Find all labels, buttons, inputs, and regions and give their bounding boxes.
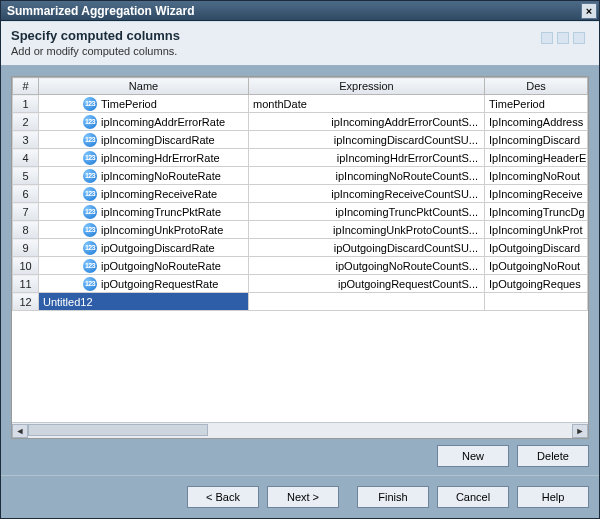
table-row[interactable]: 7123ipIncomingTruncPktRateipIncomingTrun… [13,203,588,221]
numeric-column-icon: 123 [83,169,97,183]
name-cell[interactable]: 123ipIncomingDiscardRate [39,131,249,149]
expression-cell[interactable]: ipOutgoingRequestCountS... [249,275,485,293]
description-cell[interactable]: IpIncomingNoRout [485,167,588,185]
description-cell[interactable]: IpOutgoingReques [485,275,588,293]
expression-cell[interactable]: ipOutgoingNoRouteCountS... [249,257,485,275]
horizontal-scrollbar[interactable]: ◄ ► [12,422,588,438]
description-cell[interactable]: IpIncomingDiscard [485,131,588,149]
numeric-column-icon: 123 [83,115,97,129]
column-name: ipIncomingTruncPktRate [101,206,221,218]
col-header-description[interactable]: Des [485,78,588,95]
scroll-right-icon[interactable]: ► [572,424,588,438]
back-button[interactable]: < Back [187,486,259,508]
table-row[interactable]: 2123ipIncomingAddrErrorRateipIncomingAdd… [13,113,588,131]
close-icon[interactable]: × [581,3,597,19]
grid[interactable]: # Name Expression Des 1123TimePeriodmont… [12,77,588,311]
row-index: 2 [13,113,39,131]
help-button[interactable]: Help [517,486,589,508]
finish-button[interactable]: Finish [357,486,429,508]
column-name: ipOutgoingRequestRate [101,278,218,290]
row-index: 5 [13,167,39,185]
description-cell[interactable]: IpIncomingUnkProt [485,221,588,239]
table-row-editing[interactable]: 12Untitled12 [13,293,588,311]
table-row[interactable]: 4123ipIncomingHdrErrorRateipIncomingHdrE… [13,149,588,167]
expression-cell[interactable]: ipIncomingNoRouteCountS... [249,167,485,185]
row-index: 6 [13,185,39,203]
column-name: ipIncomingNoRouteRate [101,170,221,182]
column-name: TimePeriod [101,98,157,110]
row-index: 9 [13,239,39,257]
row-index: 4 [13,149,39,167]
table-row[interactable]: 1123TimePeriodmonthDateTimePeriod [13,95,588,113]
wizard-window: Summarized Aggregation Wizard × Specify … [0,0,600,519]
expression-cell[interactable]: ipIncomingHdrErrorCountS... [249,149,485,167]
expression-cell[interactable]: ipOutgoingDiscardCountSU... [249,239,485,257]
col-header-expression[interactable]: Expression [249,78,485,95]
description-cell[interactable]: IpIncomingReceive [485,185,588,203]
table-row[interactable]: 9123ipOutgoingDiscardRateipOutgoingDisca… [13,239,588,257]
row-index: 7 [13,203,39,221]
titlebar: Summarized Aggregation Wizard × [1,1,599,21]
name-cell[interactable]: 123ipIncomingAddrErrorRate [39,113,249,131]
name-cell[interactable]: 123ipOutgoingNoRouteRate [39,257,249,275]
column-name: ipIncomingReceiveRate [101,188,217,200]
row-index: 12 [13,293,39,311]
table-row[interactable]: 10123ipOutgoingNoRouteRateipOutgoingNoRo… [13,257,588,275]
scroll-thumb[interactable] [28,424,208,436]
window-title: Summarized Aggregation Wizard [7,4,581,18]
delete-button[interactable]: Delete [517,445,589,467]
description-cell[interactable] [485,293,588,311]
column-name: ipIncomingHdrErrorRate [101,152,220,164]
numeric-column-icon: 123 [83,223,97,237]
table-row[interactable]: 11123ipOutgoingRequestRateipOutgoingRequ… [13,275,588,293]
scroll-track[interactable] [28,424,572,438]
col-header-name[interactable]: Name [39,78,249,95]
cancel-button[interactable]: Cancel [437,486,509,508]
name-cell[interactable]: 123ipIncomingHdrErrorRate [39,149,249,167]
wizard-button-row: < Back Next > Finish Cancel Help [1,475,599,518]
column-name: ipOutgoingNoRouteRate [101,260,221,272]
description-cell[interactable]: IpOutgoingNoRout [485,257,588,275]
header-decor [541,32,585,44]
table-row[interactable]: 3123ipIncomingDiscardRateipIncomingDisca… [13,131,588,149]
expression-cell[interactable]: monthDate [249,95,485,113]
expression-cell[interactable]: ipIncomingReceiveCountSU... [249,185,485,203]
col-header-rownum[interactable]: # [13,78,39,95]
table-row[interactable]: 5123ipIncomingNoRouteRateipIncomingNoRou… [13,167,588,185]
description-cell[interactable]: IpIncomingHeaderE [485,149,588,167]
expression-cell[interactable] [249,293,485,311]
name-cell[interactable]: 123TimePeriod [39,95,249,113]
name-cell[interactable]: 123ipOutgoingRequestRate [39,275,249,293]
column-name: ipIncomingAddrErrorRate [101,116,225,128]
table-row[interactable]: 8123ipIncomingUnkProtoRateipIncomingUnkP… [13,221,588,239]
description-cell[interactable]: IpOutgoingDiscard [485,239,588,257]
name-cell-editing[interactable]: Untitled12 [39,293,249,311]
numeric-column-icon: 123 [83,241,97,255]
expression-cell[interactable]: ipIncomingDiscardCountSU... [249,131,485,149]
new-button[interactable]: New [437,445,509,467]
expression-cell[interactable]: ipIncomingUnkProtoCountS... [249,221,485,239]
page-title: Specify computed columns [11,28,180,43]
numeric-column-icon: 123 [83,187,97,201]
name-cell[interactable]: 123ipIncomingNoRouteRate [39,167,249,185]
name-cell[interactable]: 123ipIncomingUnkProtoRate [39,221,249,239]
expression-cell[interactable]: ipIncomingTruncPktCountS... [249,203,485,221]
numeric-column-icon: 123 [83,259,97,273]
expression-cell[interactable]: ipIncomingAddrErrorCountS... [249,113,485,131]
row-index: 11 [13,275,39,293]
numeric-column-icon: 123 [83,277,97,291]
wizard-header: Specify computed columns Add or modify c… [1,21,599,66]
table-button-row: New Delete [11,439,589,469]
description-cell[interactable]: IpIncomingTruncDg [485,203,588,221]
table-row[interactable]: 6123ipIncomingReceiveRateipIncomingRecei… [13,185,588,203]
next-button[interactable]: Next > [267,486,339,508]
name-cell[interactable]: 123ipIncomingReceiveRate [39,185,249,203]
description-cell[interactable]: IpIncomingAddress [485,113,588,131]
numeric-column-icon: 123 [83,151,97,165]
name-cell[interactable]: 123ipIncomingTruncPktRate [39,203,249,221]
row-index: 3 [13,131,39,149]
name-cell[interactable]: 123ipOutgoingDiscardRate [39,239,249,257]
numeric-column-icon: 123 [83,97,97,111]
description-cell[interactable]: TimePeriod [485,95,588,113]
scroll-left-icon[interactable]: ◄ [12,424,28,438]
